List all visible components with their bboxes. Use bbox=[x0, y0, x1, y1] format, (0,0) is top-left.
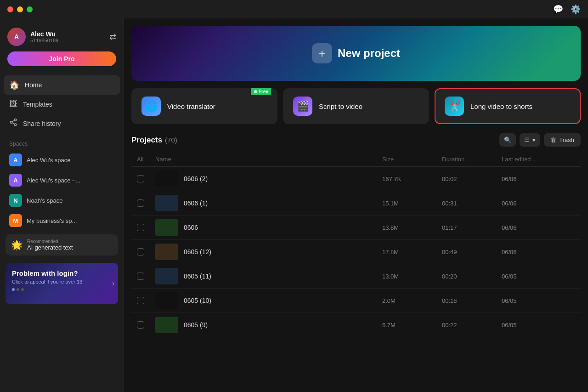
row-date: 06/05 bbox=[502, 297, 575, 304]
projects-title-group: Projects (70) bbox=[131, 136, 177, 145]
sidebar-item-alec-wu-space[interactable]: A Alec Wu's space bbox=[0, 150, 124, 170]
row-duration: 00:31 bbox=[442, 200, 502, 207]
new-project-banner[interactable]: ＋ New project bbox=[131, 26, 581, 81]
table-row[interactable]: 0605 (12) 17.8M 00:49 06/06 bbox=[131, 240, 581, 264]
projects-header: Projects (70) 🔍 ☰ ▾ 🗑 Trash bbox=[131, 133, 581, 147]
search-button[interactable]: 🔍 bbox=[499, 133, 516, 147]
table-row[interactable]: 0605 (11) 13.0M 00:20 06/05 bbox=[131, 264, 581, 289]
video-translator-label: Video translator bbox=[167, 102, 215, 110]
svg-point-1 bbox=[10, 121, 12, 124]
svg-line-3 bbox=[12, 123, 14, 124]
row-name-cell: 0606 (2) bbox=[155, 170, 382, 187]
promo-banner[interactable]: Problem with login? Click to appeal if y… bbox=[6, 263, 118, 304]
row-date: 06/06 bbox=[502, 176, 575, 182]
user-section: A Alec Wu 5119850189 ⇄ Join Pro bbox=[0, 24, 124, 74]
table-row[interactable]: 0606 13.8M 01:17 06/06 bbox=[131, 216, 581, 240]
message-icon[interactable]: 💬 bbox=[553, 4, 563, 14]
row-name: 0606 (2) bbox=[184, 175, 208, 182]
promo-arrow-icon[interactable]: › bbox=[112, 279, 114, 288]
sidebar-item-templates-label: Templates bbox=[23, 101, 52, 108]
long-video-label: Long video to shorts bbox=[470, 102, 532, 110]
user-left: A Alec Wu 5119850189 bbox=[7, 28, 58, 46]
user-name: Alec Wu bbox=[30, 30, 58, 38]
trash-button[interactable]: 🗑 Trash bbox=[544, 133, 581, 147]
minimize-button[interactable] bbox=[17, 6, 23, 12]
projects-actions: 🔍 ☰ ▾ 🗑 Trash bbox=[499, 133, 581, 147]
recommended-main: AI-generated text bbox=[27, 244, 73, 251]
sidebar-item-home[interactable]: 🏠 Home bbox=[4, 75, 120, 95]
row-size: 2.0M bbox=[382, 297, 442, 304]
row-size: 13.8M bbox=[382, 224, 442, 231]
row-name: 0606 bbox=[184, 224, 198, 231]
switch-account-icon[interactable]: ⇄ bbox=[109, 32, 116, 42]
close-button[interactable] bbox=[7, 6, 13, 12]
row-checkbox[interactable] bbox=[137, 321, 144, 329]
sidebar-item-share-history[interactable]: Share history bbox=[4, 114, 120, 133]
promo-dot-3 bbox=[21, 288, 24, 291]
row-checkbox[interactable] bbox=[137, 175, 144, 182]
row-size: 15.1M bbox=[382, 200, 442, 207]
col-name: Name bbox=[155, 156, 382, 163]
row-duration: 01:17 bbox=[442, 224, 502, 231]
main-content: ＋ New project 🌐 Video translator ⊕ Free … bbox=[124, 18, 588, 392]
table-row[interactable]: 0606 (1) 15.1M 00:31 06/06 bbox=[131, 191, 581, 216]
svg-point-2 bbox=[14, 124, 17, 126]
row-date: 06/06 bbox=[502, 249, 575, 256]
row-name: 0605 (11) bbox=[184, 273, 211, 280]
alec-wu-2-space-label: Alec Wu's space –... bbox=[27, 177, 80, 184]
long-video-shorts-card[interactable]: ✂️ Long video to shorts bbox=[435, 88, 581, 124]
row-checkbox[interactable] bbox=[137, 297, 144, 304]
spaces-label: Spaces bbox=[0, 135, 124, 150]
user-id: 5119850189 bbox=[30, 38, 58, 43]
table-row[interactable]: 0605 (9) 6.7M 00:22 06/05 bbox=[131, 313, 581, 337]
col-last-edited: Last edited ↓ bbox=[502, 156, 575, 163]
promo-dot-2 bbox=[17, 288, 19, 291]
settings-icon[interactable]: ⚙️ bbox=[571, 4, 581, 14]
sidebar: A Alec Wu 5119850189 ⇄ Join Pro 🏠 Home 🖼… bbox=[0, 18, 124, 392]
promo-dots bbox=[12, 288, 112, 291]
row-size: 6.7M bbox=[382, 322, 442, 329]
maximize-button[interactable] bbox=[27, 6, 33, 12]
home-icon: 🏠 bbox=[9, 80, 19, 90]
noah-space-label: Noah's space bbox=[27, 197, 62, 204]
title-bar: 💬 ⚙️ bbox=[0, 0, 588, 18]
alec-wu-2-avatar: A bbox=[9, 174, 22, 187]
recommended-section[interactable]: 🌟 Recommended AI-generated text bbox=[6, 234, 118, 256]
sidebar-item-home-label: Home bbox=[25, 81, 42, 89]
filter-button[interactable]: ☰ ▾ bbox=[520, 133, 540, 147]
noah-avatar: N bbox=[9, 194, 22, 207]
traffic-lights bbox=[7, 6, 33, 12]
row-name-cell: 0605 (12) bbox=[155, 244, 382, 260]
row-thumbnail bbox=[155, 317, 178, 333]
row-date: 06/05 bbox=[502, 322, 575, 329]
row-checkbox[interactable] bbox=[137, 273, 144, 280]
business-space-label: My business's sp... bbox=[27, 217, 77, 224]
sidebar-item-noah-space[interactable]: N Noah's space bbox=[0, 190, 124, 210]
sidebar-item-business-space[interactable]: M My business's sp... bbox=[0, 210, 124, 231]
row-checkbox[interactable] bbox=[137, 248, 144, 256]
nav-section: 🏠 Home 🖼 Templates Share history bbox=[0, 74, 124, 135]
row-thumbnail bbox=[155, 292, 178, 309]
trash-label: Trash bbox=[559, 136, 574, 143]
join-pro-button[interactable]: Join Pro bbox=[7, 51, 116, 66]
row-thumbnail bbox=[155, 219, 178, 236]
sidebar-item-alec-wu-space-2[interactable]: A Alec Wu's space –... bbox=[0, 170, 124, 190]
alec-wu-space-label: Alec Wu's space bbox=[27, 157, 70, 164]
script-to-video-card[interactable]: 🎬 Script to video bbox=[283, 88, 429, 124]
video-translator-card[interactable]: 🌐 Video translator ⊕ Free bbox=[131, 88, 277, 124]
table-row[interactable]: 0605 (10) 2.0M 00:18 06/05 bbox=[131, 289, 581, 313]
avatar: A bbox=[7, 28, 26, 46]
row-checkbox[interactable] bbox=[137, 199, 144, 207]
recommended-label: Recommended bbox=[27, 239, 73, 244]
table-row[interactable]: 0606 (2) 167.7K 00:02 06/06 bbox=[131, 167, 581, 191]
free-badge: ⊕ Free bbox=[251, 88, 271, 95]
row-size: 167.7K bbox=[382, 176, 442, 182]
row-name-cell: 0605 (11) bbox=[155, 268, 382, 284]
row-name-cell: 0605 (9) bbox=[155, 317, 382, 333]
chevron-down-icon: ▾ bbox=[532, 136, 536, 143]
row-size: 17.8M bbox=[382, 249, 442, 256]
promo-dot-1 bbox=[12, 288, 15, 291]
row-checkbox[interactable] bbox=[137, 224, 144, 231]
user-text-info: Alec Wu 5119850189 bbox=[30, 30, 58, 43]
sidebar-item-templates[interactable]: 🖼 Templates bbox=[4, 95, 120, 114]
